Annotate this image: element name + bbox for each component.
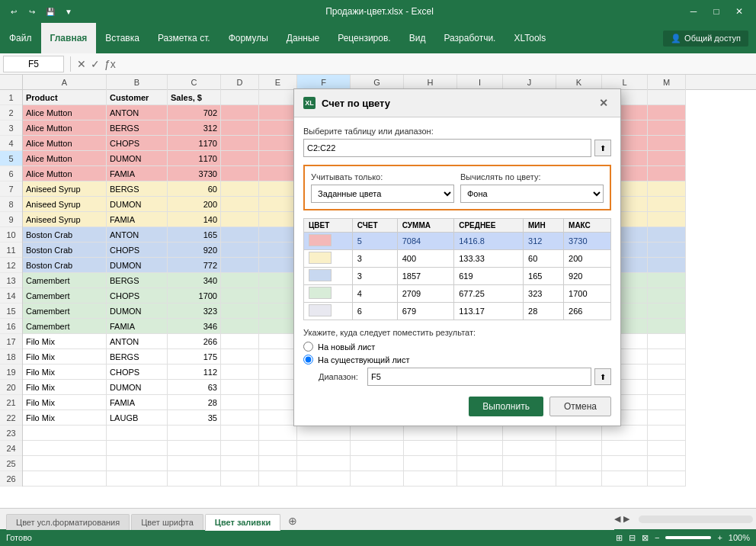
cell-r17-c3[interactable]: 266 [168, 334, 221, 349]
cell-r4-c13[interactable] [648, 136, 686, 151]
cell-r5-c13[interactable] [648, 151, 686, 166]
row-num-16[interactable]: 16 [0, 319, 22, 334]
cell-r20-c3[interactable]: 63 [168, 380, 221, 395]
cell-r9-c2[interactable]: FAMIA [107, 212, 168, 227]
cell-r24-c10[interactable] [503, 441, 556, 456]
cell-r24-c3[interactable] [168, 441, 221, 456]
col-header-l[interactable]: L [602, 75, 648, 90]
row-num-8[interactable]: 8 [0, 197, 22, 212]
cell-r1-c5[interactable] [259, 90, 297, 105]
cell-r3-c5[interactable] [259, 120, 297, 136]
cell-r1-c2[interactable]: Customer [107, 90, 168, 105]
undo-btn[interactable]: ↩ [6, 4, 21, 19]
cell-r4-c5[interactable] [259, 136, 297, 151]
row-num-21[interactable]: 21 [0, 395, 22, 410]
row-num-11[interactable]: 11 [0, 242, 22, 258]
cell-r22-c1[interactable]: Filo Mix [23, 410, 107, 426]
cell-r7-c13[interactable] [648, 181, 686, 197]
cell-r16-c3[interactable]: 346 [168, 319, 221, 334]
row-num-26[interactable]: 26 [0, 471, 22, 487]
cell-r4-c4[interactable] [221, 136, 259, 151]
cell-r13-c5[interactable] [259, 273, 297, 288]
scroll-left-btn[interactable]: ◀ [614, 514, 620, 524]
cell-r2-c3[interactable]: 702 [168, 105, 221, 120]
cell-r13-c1[interactable]: Camembert [23, 273, 107, 288]
cell-r15-c4[interactable] [221, 304, 259, 319]
col-header-e[interactable]: E [259, 75, 297, 90]
cell-r26-c13[interactable] [648, 471, 686, 487]
cell-r4-c3[interactable]: 1170 [168, 136, 221, 151]
cell-r8-c2[interactable]: DUMON [107, 197, 168, 212]
cell-r23-c12[interactable] [602, 426, 648, 441]
cell-r12-c3[interactable]: 772 [168, 258, 221, 273]
name-box[interactable] [3, 56, 64, 72]
cell-r17-c5[interactable] [259, 334, 297, 349]
cell-r26-c12[interactable] [602, 471, 648, 487]
cell-r24-c9[interactable] [457, 441, 503, 456]
cell-r5-c5[interactable] [259, 151, 297, 166]
cell-r26-c4[interactable] [221, 471, 259, 487]
cell-r14-c3[interactable]: 1700 [168, 288, 221, 304]
cell-r20-c2[interactable]: DUMON [107, 380, 168, 395]
cell-r9-c4[interactable] [221, 212, 259, 227]
dialog-close-button[interactable]: ✕ [596, 95, 611, 111]
cell-r23-c2[interactable] [107, 426, 168, 441]
cell-r16-c13[interactable] [648, 319, 686, 334]
col-header-h[interactable]: H [404, 75, 457, 90]
cell-r6-c2[interactable]: FAMIA [107, 166, 168, 181]
cell-r26-c7[interactable] [351, 471, 404, 487]
cell-r6-c3[interactable]: 3730 [168, 166, 221, 181]
cell-r14-c2[interactable]: CHOPS [107, 288, 168, 304]
cell-r23-c9[interactable] [457, 426, 503, 441]
cell-r24-c13[interactable] [648, 441, 686, 456]
cell-r24-c1[interactable] [23, 441, 107, 456]
cell-r2-c5[interactable] [259, 105, 297, 120]
row-num-25[interactable]: 25 [0, 456, 22, 471]
row-num-23[interactable]: 23 [0, 426, 22, 441]
tab-fill-color[interactable]: Цвет заливки [205, 514, 280, 531]
cell-r10-c1[interactable]: Boston Crab [23, 227, 107, 242]
cell-r10-c13[interactable] [648, 227, 686, 242]
tab-review[interactable]: Рецензиров. [328, 23, 399, 53]
row-num-1[interactable]: 1 [0, 90, 22, 105]
cell-r8-c4[interactable] [221, 197, 259, 212]
cell-r18-c3[interactable]: 175 [168, 349, 221, 365]
cell-r25-c13[interactable] [648, 456, 686, 471]
redo-btn[interactable]: ↪ [24, 4, 40, 19]
cell-r22-c4[interactable] [221, 410, 259, 426]
row-num-7[interactable]: 7 [0, 181, 22, 197]
cell-r4-c2[interactable]: CHOPS [107, 136, 168, 151]
cell-r25-c6[interactable] [297, 456, 351, 471]
color-select[interactable]: Фона Шрифта [460, 185, 604, 203]
cell-r11-c3[interactable]: 920 [168, 242, 221, 258]
col-header-a[interactable]: A [23, 75, 107, 90]
range-input[interactable] [303, 139, 591, 157]
row-num-22[interactable]: 22 [0, 410, 22, 426]
cell-r24-c4[interactable] [221, 441, 259, 456]
tab-home[interactable]: Главная [41, 23, 97, 53]
tab-view[interactable]: Вид [400, 23, 435, 53]
row-num-14[interactable]: 14 [0, 288, 22, 304]
row-num-5[interactable]: 5 [0, 151, 22, 166]
row-num-6[interactable]: 6 [0, 166, 22, 181]
cell-r3-c2[interactable]: BERGS [107, 120, 168, 136]
col-header-g[interactable]: G [351, 75, 404, 90]
horizontal-scrollbar[interactable] [639, 515, 753, 523]
cell-r24-c2[interactable] [107, 441, 168, 456]
cell-r23-c1[interactable] [23, 426, 107, 441]
cell-r6-c5[interactable] [259, 166, 297, 181]
cell-r11-c2[interactable]: CHOPS [107, 242, 168, 258]
cell-r16-c4[interactable] [221, 319, 259, 334]
cell-r26-c9[interactable] [457, 471, 503, 487]
cell-r22-c2[interactable]: LAUGB [107, 410, 168, 426]
cell-r6-c1[interactable]: Alice Mutton [23, 166, 107, 181]
output-range-picker-btn[interactable]: ⬆ [594, 368, 611, 385]
cell-r20-c1[interactable]: Filo Mix [23, 380, 107, 395]
col-header-i[interactable]: I [457, 75, 503, 90]
cell-r24-c12[interactable] [602, 441, 648, 456]
col-header-m[interactable]: M [648, 75, 686, 90]
cell-r20-c13[interactable] [648, 380, 686, 395]
cell-r25-c2[interactable] [107, 456, 168, 471]
col-header-f[interactable]: F [297, 75, 351, 90]
cell-r1-c13[interactable] [648, 90, 686, 105]
